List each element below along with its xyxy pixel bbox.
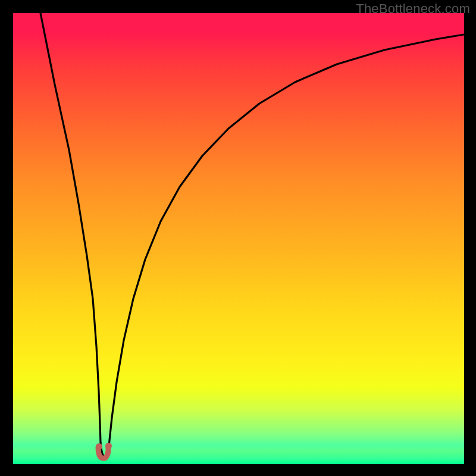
chart-frame: TheBottleneck.com	[0, 0, 476, 476]
watermark-text: TheBottleneck.com	[356, 1, 470, 17]
marker-dot-left	[96, 443, 102, 450]
marker-dot-right	[105, 443, 112, 449]
plot-area	[13, 13, 464, 464]
bottleneck-curve	[13, 13, 464, 464]
